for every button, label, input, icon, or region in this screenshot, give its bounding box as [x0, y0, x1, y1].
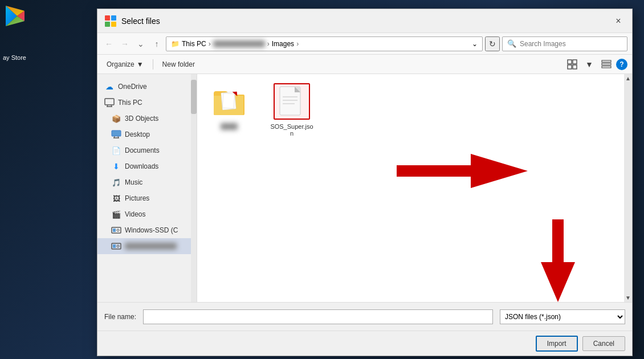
- sidebar-scrollbar[interactable]: [191, 74, 197, 302]
- sidebar: ☁ OneDrive This PC 📦 3D Objects: [97, 74, 197, 302]
- scroll-down-button[interactable]: ▼: [625, 295, 631, 301]
- view-dropdown-button[interactable]: ▼: [582, 57, 597, 72]
- music-icon: 🎵: [111, 177, 121, 187]
- svg-rect-9: [573, 60, 577, 64]
- organize-dropdown-icon: ▼: [137, 60, 144, 68]
- svg-rect-13: [602, 63, 611, 65]
- sidebar-onedrive-label: OneDrive: [118, 83, 147, 91]
- svg-rect-4: [105, 15, 110, 21]
- list-item[interactable]: SOS_Super.json: [269, 83, 315, 137]
- svg-rect-14: [602, 66, 611, 68]
- windowsssd-icon: [111, 225, 121, 235]
- search-box[interactable]: 🔍: [502, 36, 627, 51]
- red-arrow-down: [535, 219, 581, 302]
- sidebar-item-pictures[interactable]: 🖼 Pictures: [97, 190, 197, 206]
- scroll-up-button[interactable]: ▲: [625, 75, 631, 81]
- sidebar-item-music[interactable]: 🎵 Music: [97, 174, 197, 190]
- sidebar-windowsssd-label: Windows-SSD (C: [125, 226, 178, 234]
- import-button[interactable]: Import: [536, 336, 578, 352]
- breadcrumb-thispc: This PC: [182, 40, 206, 48]
- breadcrumb-drive: S████████ (D:): [213, 40, 265, 47]
- sidebar-videos-label: Videos: [125, 210, 145, 218]
- thispc-icon: [104, 97, 115, 108]
- sidebar-item-documents[interactable]: 📄 Documents: [97, 142, 197, 158]
- address-bar: ← → ⌄ ↑ 📁 This PC › S████████ (D:) › Ima…: [97, 33, 632, 55]
- play-store-text: ay Store: [3, 54, 26, 61]
- svg-rect-24: [113, 229, 116, 232]
- search-icon: 🔍: [507, 39, 516, 48]
- svg-rect-11: [573, 65, 577, 69]
- sidebar-documents-label: Documents: [125, 146, 160, 154]
- close-button[interactable]: ×: [612, 14, 625, 28]
- sidebar-item-onedrive[interactable]: ☁ OneDrive: [97, 79, 197, 95]
- toolbar-right: ▼ ?: [565, 57, 627, 72]
- sidebar-item-downloads[interactable]: ⬇ Downloads: [97, 158, 197, 174]
- sidebar-pictures-label: Pictures: [125, 194, 149, 202]
- sidebar-item-videos[interactable]: 🎬 Videos: [97, 206, 197, 222]
- filetype-select[interactable]: JSON files (*.json): [500, 309, 625, 324]
- filename-bar: File name: JSON files (*.json): [97, 302, 632, 331]
- toolbar-separator: [153, 59, 153, 70]
- red-arrow-right: [397, 148, 528, 194]
- new-folder-label: New folder: [162, 60, 195, 68]
- svg-rect-8: [568, 60, 572, 64]
- json-file-label: SOS_Super.json: [269, 123, 315, 137]
- organize-button[interactable]: Organize ▼: [102, 59, 148, 70]
- list-item[interactable]: B███: [206, 83, 252, 130]
- svg-rect-15: [105, 99, 114, 105]
- up-button[interactable]: ↑: [150, 37, 164, 51]
- toolbar: Organize ▼ New folder ▼: [97, 55, 632, 74]
- svg-point-28: [117, 245, 119, 247]
- search-input[interactable]: [520, 40, 622, 48]
- breadcrumb-dropdown-icon[interactable]: ⌄: [472, 40, 478, 48]
- sidebar-3dobjects-label: 3D Objects: [125, 115, 158, 123]
- sidebar-music-label: Music: [125, 178, 142, 186]
- sidebar-sdrive-label: S████████ (D:): [125, 243, 177, 250]
- title-bar: Select files ×: [97, 9, 632, 33]
- svg-point-25: [117, 229, 119, 231]
- file-area-container: ▲ ▼: [197, 74, 632, 302]
- app-icon: [104, 15, 117, 27]
- svg-rect-30: [222, 93, 234, 108]
- back-button[interactable]: ←: [102, 37, 116, 51]
- breadcrumb-folder-icon: 📁: [171, 40, 180, 48]
- details-view-button[interactable]: [599, 57, 614, 72]
- svg-marker-38: [397, 154, 528, 188]
- file-area[interactable]: B███: [197, 74, 632, 302]
- new-folder-button[interactable]: New folder: [158, 59, 199, 70]
- svg-rect-10: [568, 65, 572, 69]
- file-area-scrollbar[interactable]: ▲ ▼: [624, 74, 632, 302]
- downloads-icon: ⬇: [111, 161, 121, 172]
- onedrive-icon: ☁: [104, 81, 115, 92]
- sidebar-item-desktop[interactable]: Desktop: [97, 127, 197, 142]
- action-bar: Import Cancel: [97, 331, 632, 356]
- svg-marker-39: [541, 219, 575, 302]
- sidebar-downloads-label: Downloads: [125, 162, 158, 170]
- sidebar-item-windowsssd[interactable]: Windows-SSD (C: [97, 222, 197, 238]
- breadcrumb-folder: Images: [272, 40, 294, 48]
- documents-icon: 📄: [111, 145, 121, 156]
- sdrive-icon: [111, 241, 121, 251]
- help-button[interactable]: ?: [616, 59, 627, 70]
- svg-rect-12: [602, 60, 611, 62]
- filename-input[interactable]: [143, 309, 493, 324]
- view-icon-button[interactable]: [565, 57, 580, 72]
- breadcrumb[interactable]: 📁 This PC › S████████ (D:) › Images › ⌄: [166, 36, 483, 51]
- sidebar-thispc-label: This PC: [118, 99, 142, 107]
- sidebar-item-thispc[interactable]: This PC: [97, 95, 197, 111]
- svg-rect-19: [112, 130, 121, 136]
- play-store-logo: [3, 3, 31, 31]
- forward-button[interactable]: →: [118, 37, 132, 51]
- sidebar-item-3dobjects[interactable]: 📦 3D Objects: [97, 111, 197, 127]
- cancel-button[interactable]: Cancel: [582, 336, 625, 351]
- json-file-icon: [274, 83, 310, 120]
- sidebar-desktop-label: Desktop: [125, 130, 150, 138]
- refresh-button[interactable]: ↻: [485, 36, 500, 51]
- sidebar-scrollbar-thumb[interactable]: [191, 80, 197, 114]
- svg-rect-5: [111, 15, 116, 21]
- svg-rect-6: [105, 22, 110, 27]
- sidebar-item-sdrive[interactable]: S████████ (D:): [97, 238, 197, 254]
- dropdown-button[interactable]: ⌄: [134, 37, 148, 51]
- 3dobjects-icon: 📦: [111, 113, 121, 124]
- folder-label: B███: [221, 123, 238, 130]
